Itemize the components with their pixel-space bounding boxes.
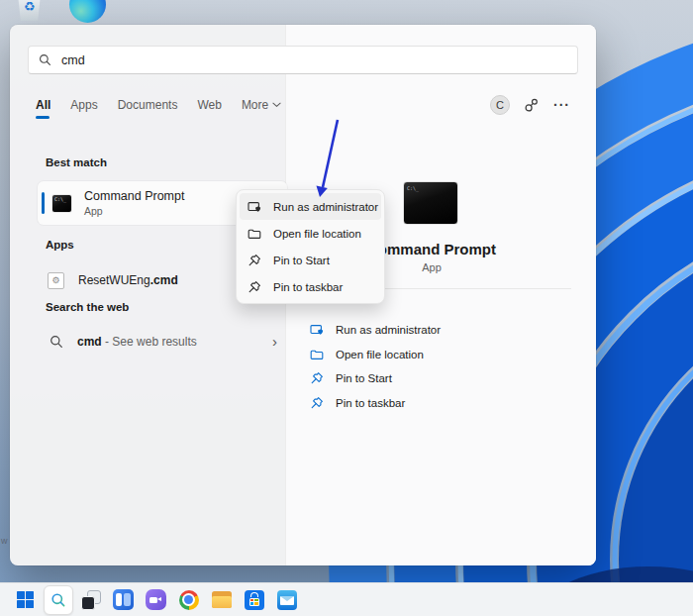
preview-actions: Run as administrator Open file location … [286,318,596,415]
taskbar-start-button[interactable] [9,583,42,616]
tab-label: Web [197,98,221,112]
cmd-file-icon: ⚙ [48,272,64,289]
web-result-label: cmd - See web results [77,335,272,349]
widgets-icon [113,589,134,610]
preview-action-label: Pin to Start [336,372,392,384]
windows-search-screen: ♻ w C:\_ Command Prompt App Run as admin… [0,0,693,616]
partial-desktop-icon: w [1,536,8,547]
search-term: cmd [77,335,102,349]
search-icon [50,592,66,608]
file-explorer-icon [212,591,232,608]
taskbar-task-view-button[interactable] [74,583,107,616]
app-result-label: ResetWUEng.cmd [78,273,178,287]
tab-all[interactable]: All [36,98,50,112]
pin-icon [310,396,324,410]
mail-icon [277,590,297,610]
run-as-admin-icon [248,200,261,214]
selection-accent-bar [42,192,45,214]
taskbar-file-explorer-button[interactable] [205,583,238,616]
taskbar-widgets-button[interactable] [107,583,140,616]
command-prompt-icon-large: C:\_ [403,181,458,225]
taskbar-search-button[interactable] [42,583,74,616]
pin-icon [248,254,261,267]
ellipsis-icon[interactable]: ··· [553,100,570,110]
web-search-result[interactable]: cmd - See web results › [38,328,287,356]
chevron-right-icon[interactable]: › [272,335,277,349]
search-box[interactable] [28,46,578,74]
web-result-suffix: - See web results [102,335,197,349]
command-prompt-icon: C:\_ [51,194,72,213]
search-filter-tabs: All Apps Documents Web More C ··· [36,92,570,118]
menu-item-pin-to-taskbar[interactable]: Pin to taskbar [240,273,381,300]
preview-action-label: Open file location [336,349,424,360]
best-match-title: Command Prompt [84,189,184,203]
menu-item-open-file-location[interactable]: Open file location [240,220,381,247]
preview-action-label: Run as administrator [336,324,441,336]
tab-label: All [36,98,50,112]
taskbar [0,582,693,616]
menu-item-label: Open file location [273,228,361,240]
menu-item-label: Pin to taskbar [273,281,343,293]
tab-apps[interactable]: Apps [70,98,97,112]
menu-item-pin-to-start[interactable]: Pin to Start [240,247,381,273]
search-input[interactable] [61,53,567,67]
preview-action-open-file-location[interactable]: Open file location [286,343,596,367]
preview-action-pin-to-start[interactable]: Pin to Start [286,366,596,391]
best-match-text: Command Prompt App [84,189,184,217]
gear-glyph: ⚙ [51,275,59,285]
chat-icon [146,589,166,610]
avatar-letter: C [496,99,504,111]
search-icon [50,335,63,349]
open-file-location-icon [248,227,261,241]
pin-icon [248,280,261,294]
tab-label: Documents [118,98,178,112]
share-icon[interactable] [524,97,540,113]
run-as-admin-icon [310,323,324,337]
chrome-icon [179,590,199,610]
best-match-header: Best match [46,156,107,168]
tab-documents[interactable]: Documents [118,98,178,112]
context-menu: Run as administrator Open file location … [236,189,385,304]
chevron-down-icon [272,102,281,108]
file-ext-highlight: .cmd [150,273,178,287]
pin-icon [310,371,324,385]
taskbar-mail-button[interactable] [270,583,303,616]
search-active-highlight [44,585,73,615]
preview-action-run-as-admin[interactable]: Run as administrator [286,318,596,343]
search-icon [39,53,51,66]
task-view-icon [81,590,101,610]
preview-action-label: Pin to taskbar [336,397,405,409]
best-match-subtitle: App [84,205,184,217]
tab-label: More [242,98,268,112]
menu-item-run-as-admin[interactable]: Run as administrator [240,193,381,220]
menu-item-label: Pin to Start [273,255,330,266]
recycle-glyph: ♻ [24,0,36,14]
user-avatar[interactable]: C [490,95,510,115]
taskbar-chat-button[interactable] [140,583,172,616]
search-the-web-header: Search the web [46,301,129,313]
preview-action-pin-to-taskbar[interactable]: Pin to taskbar [286,391,596,416]
menu-item-label: Run as administrator [273,201,378,213]
tab-more[interactable]: More [242,98,281,112]
store-icon [245,590,264,610]
taskbar-chrome-button[interactable] [172,583,205,616]
taskbar-store-button[interactable] [238,583,270,616]
open-file-location-icon [310,348,324,361]
tab-label: Apps [70,98,97,112]
start-icon [17,591,34,608]
tab-web[interactable]: Web [197,98,221,112]
file-name: ResetWUEng [78,273,150,287]
apps-header: Apps [46,239,74,251]
